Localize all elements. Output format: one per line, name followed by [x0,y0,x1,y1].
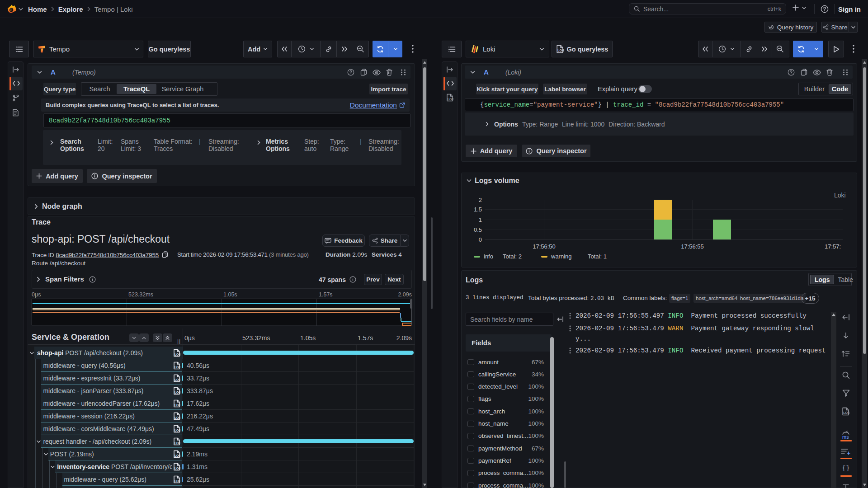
svg-text:LOG: LOG [557,49,564,52]
svg-text:LOG: LOG [175,366,180,369]
svg-text:LOG: LOG [175,479,180,483]
svg-text:LOG: LOG [175,429,180,432]
svg-text:LOG: LOG [175,454,180,457]
svg-text:LOG: LOG [175,391,180,394]
svg-text:LOG: LOG [175,441,180,445]
svg-text:LOG: LOG [175,378,180,381]
svg-text:LOG: LOG [175,416,180,419]
svg-text:LOG: LOG [448,98,453,101]
svg-text:LOG: LOG [175,404,180,407]
svg-text:LOG: LOG [843,411,849,414]
svg-text:LOG: LOG [175,467,180,470]
svg-text:LOG: LOG [175,353,180,356]
